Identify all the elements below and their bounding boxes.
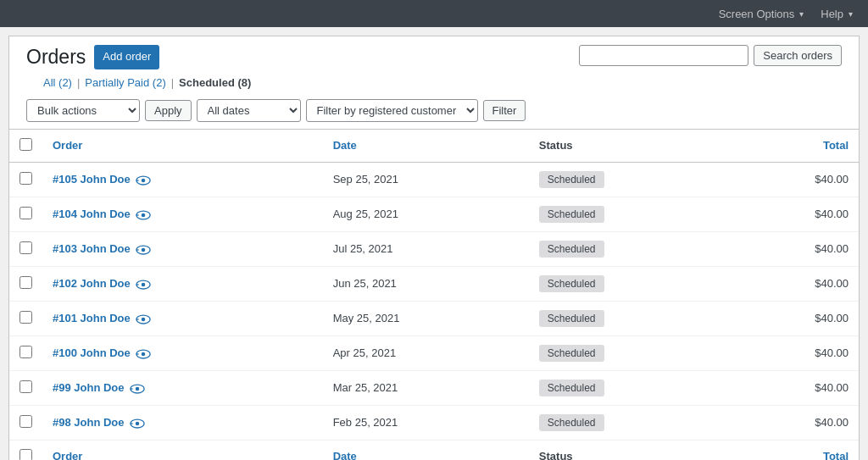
bulk-actions-select[interactable]: Bulk actions Mark processing Mark on-hol…: [26, 99, 140, 122]
search-orders-button[interactable]: Search orders: [754, 45, 842, 66]
order-link[interactable]: #103 John Doe: [53, 242, 131, 255]
status-badge: Scheduled: [539, 206, 604, 223]
row-status: Scheduled: [529, 370, 731, 405]
help-button[interactable]: Help ▾: [814, 4, 860, 24]
header-left: Orders Add order All (2) | Partially Pai…: [26, 36, 579, 92]
status-badge: Scheduled: [539, 380, 604, 396]
th-date: Date: [323, 130, 529, 163]
customer-filter-select[interactable]: Filter by registered customer: [306, 99, 478, 122]
row-checkbox[interactable]: [19, 380, 32, 393]
apply-button[interactable]: Apply: [145, 100, 192, 121]
row-status: Scheduled: [529, 197, 731, 231]
th-total: Total: [731, 130, 859, 163]
svg-point-19: [135, 387, 139, 391]
svg-point-16: [142, 352, 146, 357]
table-row: #105 John Doe Sep 25, 2021Scheduled$40.0…: [9, 162, 859, 197]
row-status: Scheduled: [529, 266, 731, 301]
screen-options-caret: ▾: [799, 9, 804, 19]
status-badge: Scheduled: [539, 275, 604, 292]
svg-point-10: [142, 283, 146, 287]
help-label: Help: [821, 8, 843, 20]
row-total: $40.00: [731, 197, 859, 231]
select-all-footer-checkbox[interactable]: [19, 449, 32, 460]
row-checkbox-cell: [9, 266, 42, 301]
nav-all[interactable]: All (2): [43, 76, 72, 89]
row-checkbox-cell: [9, 301, 42, 335]
row-checkbox[interactable]: [19, 276, 32, 289]
row-status: Scheduled: [529, 301, 731, 335]
row-date: May 25, 2021: [323, 301, 529, 335]
order-link[interactable]: #99 John Doe: [53, 381, 125, 394]
table-footer-row: Order Date Status Total: [9, 440, 859, 460]
order-link[interactable]: #105 John Doe: [53, 173, 131, 186]
svg-point-4: [142, 213, 146, 218]
row-total: $40.00: [731, 301, 859, 335]
row-checkbox[interactable]: [19, 415, 32, 428]
eye-icon: [131, 242, 151, 255]
row-checkbox[interactable]: [19, 346, 32, 358]
nav-partially-paid[interactable]: Partially Paid (2): [85, 76, 165, 89]
search-input[interactable]: [579, 45, 748, 66]
order-link[interactable]: #102 John Doe: [53, 277, 131, 290]
row-order: #100 John Doe: [42, 335, 323, 370]
page-title: Orders: [26, 46, 86, 69]
th-status: Status: [529, 130, 731, 163]
select-all-checkbox[interactable]: [19, 138, 32, 151]
order-link[interactable]: #100 John Doe: [53, 346, 131, 359]
row-checkbox-cell: [9, 335, 42, 370]
row-order: #104 John Doe: [42, 197, 323, 231]
svg-point-7: [142, 248, 146, 252]
order-link[interactable]: #98 John Doe: [53, 416, 125, 429]
row-order: #99 John Doe: [42, 370, 323, 405]
row-checkbox[interactable]: [19, 172, 32, 185]
eye-icon: [131, 277, 151, 290]
svg-point-22: [135, 422, 139, 426]
table-row: #101 John Doe May 25, 2021Scheduled$40.0…: [9, 301, 859, 335]
row-status: Scheduled: [529, 335, 731, 370]
main-wrap: Orders Add order All (2) | Partially Pai…: [8, 36, 860, 460]
svg-point-1: [142, 179, 146, 183]
table-row: #102 John Doe Jun 25, 2021Scheduled$40.0…: [9, 266, 859, 301]
eye-icon: [131, 173, 151, 186]
table-row: #104 John Doe Aug 25, 2021Scheduled$40.0…: [9, 197, 859, 231]
row-total: $40.00: [731, 162, 859, 197]
row-checkbox-cell: [9, 231, 42, 266]
row-date: Sep 25, 2021: [323, 162, 529, 197]
eye-icon: [125, 381, 145, 394]
row-date: Jun 25, 2021: [323, 266, 529, 301]
filter-button[interactable]: Filter: [483, 100, 526, 121]
status-badge: Scheduled: [539, 241, 604, 258]
eye-icon: [131, 346, 151, 359]
row-order: #103 John Doe: [42, 231, 323, 266]
row-status: Scheduled: [529, 162, 731, 197]
row-date: Aug 25, 2021: [323, 197, 529, 231]
row-date: Feb 25, 2021: [323, 405, 529, 440]
row-checkbox[interactable]: [19, 241, 32, 254]
row-order: #102 John Doe: [42, 266, 323, 301]
eye-icon: [131, 312, 151, 324]
svg-point-13: [142, 318, 146, 322]
add-order-button[interactable]: Add order: [94, 45, 159, 69]
row-checkbox-cell: [9, 162, 42, 197]
screen-options-button[interactable]: Screen Options ▾: [712, 4, 811, 24]
order-col-label[interactable]: Order: [53, 139, 82, 152]
table-row: #98 John Doe Feb 25, 2021Scheduled$40.00: [9, 405, 859, 440]
row-checkbox[interactable]: [19, 207, 32, 219]
order-link[interactable]: #104 John Doe: [53, 208, 131, 220]
tfoot-total: Total: [731, 440, 859, 460]
table-header-row: Order Date Status Total: [9, 130, 859, 163]
th-checkbox: [9, 130, 42, 163]
date-col-label[interactable]: Date: [333, 139, 357, 152]
total-col-label[interactable]: Total: [823, 139, 849, 152]
row-checkbox-cell: [9, 405, 42, 440]
row-checkbox[interactable]: [19, 311, 32, 324]
status-badge: Scheduled: [539, 345, 604, 362]
row-date: Mar 25, 2021: [323, 370, 529, 405]
row-date: Jul 25, 2021: [323, 231, 529, 266]
status-badge: Scheduled: [539, 171, 604, 188]
order-link[interactable]: #101 John Doe: [53, 312, 131, 324]
status-badge: Scheduled: [539, 310, 604, 327]
row-order: #105 John Doe: [42, 162, 323, 197]
table-nav: Bulk actions Mark processing Mark on-hol…: [9, 92, 859, 130]
dates-select[interactable]: All dates January 2021 February 2021 Mar…: [197, 99, 301, 122]
